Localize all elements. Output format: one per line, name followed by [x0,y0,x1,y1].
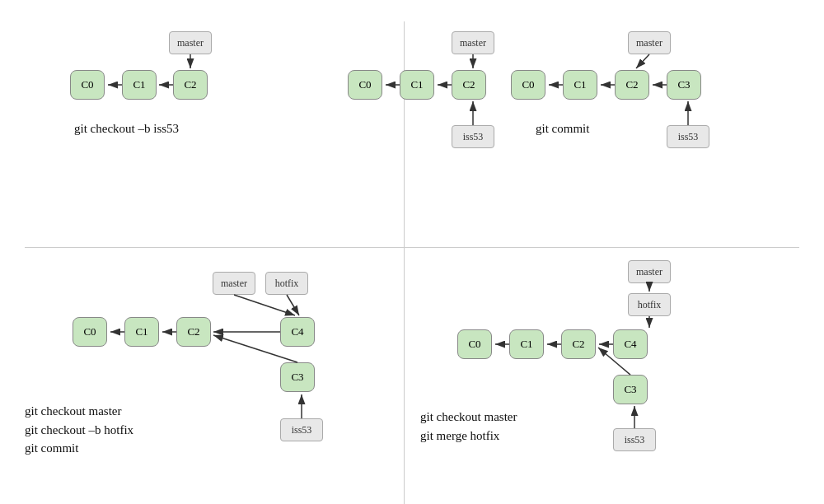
bl-caption: git checkout master git checkout –b hotf… [25,402,133,458]
bl-c2: C2 [176,317,211,347]
br-c0: C0 [457,329,492,359]
bl-c4: C4 [280,317,315,347]
vertical-divider-bot [404,247,405,504]
tl-c1: C1 [122,70,157,100]
bl-iss53-label: iss53 [280,418,323,441]
br-caption: git checkout master git merge hotfix [420,408,517,445]
tl-c0: C0 [70,70,105,100]
br-c3: C3 [613,375,648,404]
tr-iss53-label: iss53 [667,125,709,148]
tr-master-label: master [628,31,671,54]
br-c2: C2 [561,329,596,359]
bl-master-label: master [213,272,255,295]
bl-c3: C3 [280,362,315,392]
bl-hotfix-label: hotfix [265,272,308,295]
tr-c1: C1 [563,70,597,100]
svg-line-16 [234,295,295,315]
br-c4: C4 [613,329,648,359]
tm-c1: C1 [400,70,434,100]
tm-c2: C2 [452,70,486,100]
tr-c3: C3 [667,70,701,100]
tm-c0: C0 [348,70,382,100]
bl-c1: C1 [124,317,159,347]
svg-line-17 [287,295,299,315]
horizontal-divider [25,247,799,248]
tr-c0: C0 [511,70,545,100]
br-iss53-label: iss53 [613,428,656,451]
br-hotfix-label: hotfix [628,293,671,316]
br-c1: C1 [509,329,544,359]
bl-c0: C0 [73,317,107,347]
tl-c2: C2 [173,70,208,100]
tl-caption: git checkout –b iss53 [74,119,179,138]
tr-caption: git commit [536,119,589,138]
diagram-area: master C0 C1 C2 git checkout –b iss53 ma… [0,0,824,504]
br-master-label: master [628,260,671,283]
svg-line-11 [636,54,649,68]
tm-iss53-label: iss53 [452,125,494,148]
tr-c2: C2 [615,70,649,100]
tl-master-label: master [169,31,212,54]
tm-master-label: master [452,31,494,54]
